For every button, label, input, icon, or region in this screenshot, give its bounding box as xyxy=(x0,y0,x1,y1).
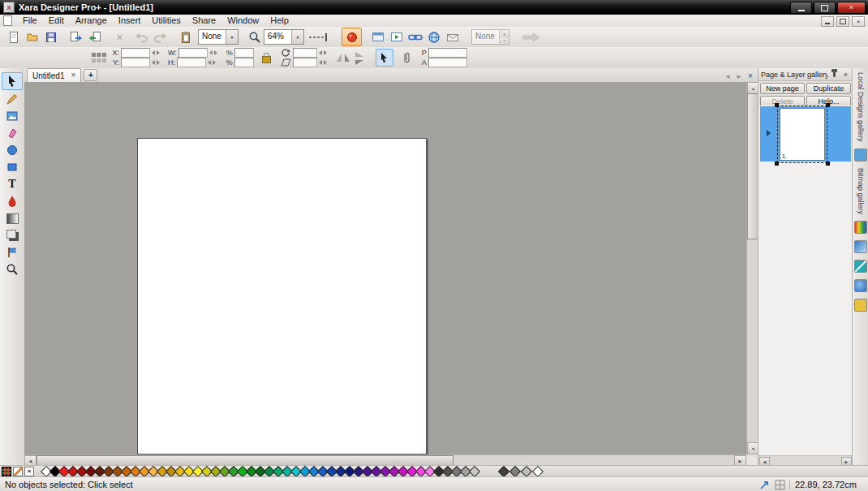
ellipse-tool[interactable] xyxy=(2,142,22,158)
line-gallery-icon[interactable] xyxy=(854,260,867,273)
color-swatch[interactable] xyxy=(469,466,480,477)
height-stepper[interactable] xyxy=(208,60,216,65)
decrement-icon[interactable] xyxy=(152,60,155,65)
mdi-close-button[interactable]: × xyxy=(852,16,865,27)
zoom-level-combo[interactable]: 64% ▼ xyxy=(264,29,304,45)
font-gallery-icon[interactable] xyxy=(854,299,867,312)
line-width-combo[interactable]: None ▼ xyxy=(198,29,238,45)
new-document-button[interactable] xyxy=(4,28,23,45)
freehand-tool[interactable] xyxy=(2,91,22,107)
tab-local-designs-gallery[interactable]: Local Designs gallery xyxy=(857,72,865,142)
vertical-scrollbar[interactable]: ▲ ▼ xyxy=(746,82,758,454)
shear-stepper[interactable] xyxy=(319,60,327,65)
feather-combo[interactable]: None ▲▼ xyxy=(471,29,509,45)
document-page[interactable] xyxy=(137,138,427,454)
designs-gallery-icon[interactable] xyxy=(854,149,867,162)
width-stepper[interactable] xyxy=(209,50,217,55)
panel-close-button[interactable]: × xyxy=(841,70,850,79)
chevron-down-icon[interactable]: ▼ xyxy=(291,30,303,44)
menu-file[interactable]: File xyxy=(17,15,43,27)
shear-icon[interactable] xyxy=(280,58,291,67)
frame-gallery-icon[interactable] xyxy=(854,279,867,292)
x-stepper[interactable] xyxy=(152,50,160,55)
tab-scroll-left-button[interactable]: ◀ xyxy=(723,71,733,80)
fill-gallery-icon[interactable] xyxy=(854,240,867,253)
tab-close-all-button[interactable]: × xyxy=(746,71,755,80)
mdi-restore-button[interactable] xyxy=(836,16,849,27)
menu-window[interactable]: Window xyxy=(221,15,264,27)
increment-icon[interactable] xyxy=(157,50,160,55)
show-bounds-toggle-button[interactable] xyxy=(376,49,393,67)
rectangle-tool[interactable] xyxy=(2,159,22,175)
photo-tool[interactable] xyxy=(2,108,22,124)
panel-horizontal-scrollbar[interactable]: ◀ ▶ xyxy=(758,455,853,465)
new-page-button[interactable]: New page xyxy=(760,83,805,94)
down-arrow-icon[interactable]: ▼ xyxy=(500,37,509,44)
minimize-button[interactable] xyxy=(790,2,812,14)
snap-distance-button[interactable] xyxy=(307,28,332,45)
menu-share[interactable]: Share xyxy=(187,15,221,27)
text-tool[interactable]: T xyxy=(2,176,22,192)
color-swatch[interactable] xyxy=(509,466,521,477)
menu-help[interactable]: Help xyxy=(264,15,294,27)
menu-edit[interactable]: Edit xyxy=(43,15,70,27)
increment-icon[interactable] xyxy=(214,50,217,55)
website-export-button[interactable] xyxy=(368,28,387,45)
menu-arrange[interactable]: Arrange xyxy=(70,15,113,27)
maximize-button[interactable] xyxy=(814,2,836,14)
color-swatch[interactable] xyxy=(532,466,544,477)
a-field[interactable] xyxy=(428,58,467,67)
apply-arrow-button[interactable] xyxy=(519,28,544,45)
width-percent-field[interactable] xyxy=(234,48,254,58)
menu-insert[interactable]: Insert xyxy=(113,15,147,27)
shadow-tool[interactable] xyxy=(2,227,22,243)
tab-scroll-right-button[interactable]: ▶ xyxy=(734,71,744,80)
color-picker-button[interactable] xyxy=(2,467,11,476)
increment-icon[interactable] xyxy=(157,60,160,65)
no-color-button[interactable]: × xyxy=(24,467,34,476)
rotation-angle-field[interactable] xyxy=(293,48,317,58)
pin-button[interactable] xyxy=(830,70,839,79)
import-button[interactable] xyxy=(85,28,104,45)
increment-icon[interactable] xyxy=(213,60,216,65)
decrement-icon[interactable] xyxy=(209,50,213,55)
open-button[interactable] xyxy=(23,28,41,45)
zoom-tool[interactable] xyxy=(2,261,22,278)
rotation-stepper[interactable] xyxy=(319,50,327,55)
undo-button[interactable] xyxy=(132,28,151,45)
web-address-button[interactable] xyxy=(424,28,443,45)
solid-drag-toggle-button[interactable] xyxy=(342,28,362,46)
paste-button[interactable] xyxy=(176,28,195,45)
color-swatch[interactable] xyxy=(521,466,532,477)
canvas[interactable] xyxy=(24,82,746,454)
increment-icon[interactable] xyxy=(324,50,327,55)
close-button[interactable]: × xyxy=(837,2,866,14)
snap-grid-icon[interactable] xyxy=(91,50,107,66)
mdi-minimize-button[interactable] xyxy=(821,16,834,27)
frame-tool[interactable] xyxy=(2,244,22,261)
tab-untitled1[interactable]: Untitled1 × xyxy=(27,68,81,82)
zoom-button[interactable] xyxy=(245,28,264,45)
duplicate-button[interactable]: Duplicate xyxy=(806,83,851,94)
y-stepper[interactable] xyxy=(152,60,160,65)
width-field[interactable] xyxy=(178,48,208,58)
expand-arrow-icon[interactable] xyxy=(767,130,771,136)
shear-angle-field[interactable] xyxy=(293,58,317,67)
feather-stepper[interactable]: ▲▼ xyxy=(499,30,509,44)
rotate-icon[interactable] xyxy=(280,49,291,57)
page-1-thumbnail[interactable]: 1. xyxy=(780,108,825,161)
redo-button[interactable] xyxy=(151,28,170,45)
x-position-field[interactable] xyxy=(121,48,150,58)
tab-bitmap-gallery[interactable]: Bitmap gallery xyxy=(857,168,865,214)
fill-tool[interactable] xyxy=(2,193,22,209)
selector-tool[interactable] xyxy=(2,72,23,90)
transparency-tool[interactable] xyxy=(2,210,22,226)
color-swatch[interactable] xyxy=(498,466,509,477)
up-arrow-icon[interactable]: ▲ xyxy=(500,30,509,37)
increment-icon[interactable] xyxy=(324,60,327,65)
height-field[interactable] xyxy=(177,58,206,67)
paperclip-button[interactable] xyxy=(398,50,415,66)
flip-horizontal-button[interactable] xyxy=(335,50,351,66)
decrement-icon[interactable] xyxy=(319,50,322,55)
chevron-down-icon[interactable]: ▼ xyxy=(226,30,238,44)
